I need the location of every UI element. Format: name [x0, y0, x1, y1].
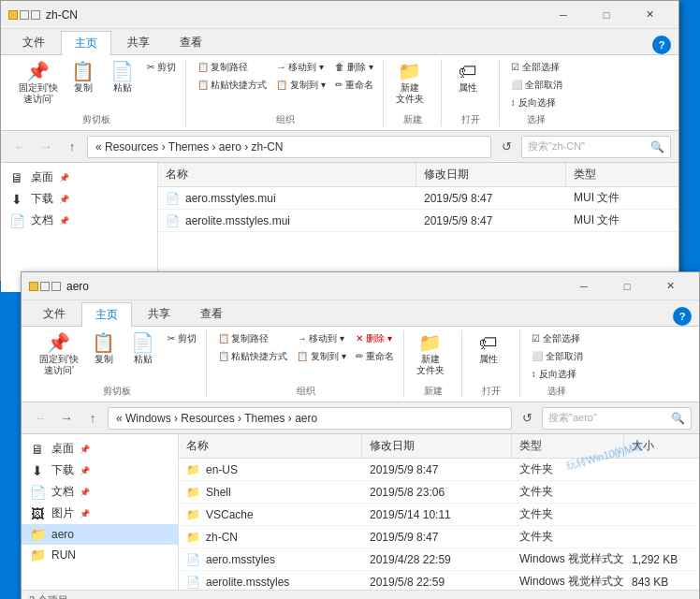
cut-btn-1[interactable]: ✂ 剪切 [143, 59, 180, 76]
new-label-2: 新建 [412, 383, 456, 398]
ribbon-2: 📌 固定到'快速访问' 📋 复制 📄 粘贴 ✂ 剪切 剪切板 [22, 327, 699, 402]
ribbon-group-content-open-2: 🏷 属性 [470, 330, 514, 383]
selectall-btn-2[interactable]: ☑ 全部选择 [528, 330, 587, 347]
help-btn-2[interactable]: ? [673, 307, 692, 326]
properties-btn-2[interactable]: 🏷 属性 [470, 330, 507, 368]
minimize-btn-2[interactable]: ─ [562, 272, 605, 300]
maximize-btn-1[interactable]: □ [585, 1, 628, 29]
file-row-aerolite-msstyles[interactable]: 📄 aerolite.msstyles 2019/5/8 22:59 Windo… [179, 571, 699, 590]
sidebar-item-pics-2[interactable]: 🖼 图片 📌 [22, 503, 178, 524]
file-cell-type-vscache: 文件夹 [512, 504, 624, 525]
paste-btn-2[interactable]: 📄 粘贴 [124, 330, 162, 368]
file-list-2: 名称 修改日期 类型 大小 📁 en-US 2019/5/9 8:47 文件夹 … [179, 434, 699, 590]
docs-label-1: 文档 [31, 212, 53, 228]
tab-home-1[interactable]: 主页 [61, 31, 111, 55]
select-col-1: ☑ 全部选择 ⬜ 全部取消 ↕ 反向选择 [507, 59, 566, 111]
file-row-aero-msstyles[interactable]: 📄 aero.msstyles 2019/4/28 22:59 Windows … [179, 548, 699, 571]
search-box-2[interactable]: 搜索"aero" 🔍 [542, 407, 692, 430]
tab-share-1[interactable]: 共享 [113, 30, 164, 54]
copypath-btn-1[interactable]: 📋 复制路径 [194, 59, 271, 76]
pin-label-2: 固定到'快速访问' [39, 354, 79, 376]
sidebar-item-desktop-1[interactable]: 🖥 桌面 📌 [1, 167, 157, 188]
pasteshort-btn-1[interactable]: 📋 粘贴快捷方式 [194, 77, 271, 94]
tab-share-2[interactable]: 共享 [134, 301, 184, 326]
back-btn-2[interactable]: ← [29, 407, 51, 430]
col-name-1[interactable]: 名称 [158, 163, 416, 186]
up-btn-2[interactable]: ↑ [81, 407, 104, 430]
col-date-2[interactable]: 修改日期 [362, 434, 512, 458]
file-cell-date-zh-cn: 2019/5/9 8:47 [362, 526, 512, 548]
copyto-btn-2[interactable]: 📋 复制到 ▾ [293, 348, 350, 365]
file-row-en-us[interactable]: 📁 en-US 2019/5/9 8:47 文件夹 [179, 459, 699, 481]
minimize-btn-1[interactable]: ─ [542, 1, 585, 29]
copyto-btn-1[interactable]: 📋 复制到 ▾ [272, 77, 329, 94]
file-cell-size-en-us [624, 459, 699, 480]
invertsel-btn-2[interactable]: ↕ 反向选择 [528, 366, 587, 383]
moveto-btn-1[interactable]: → 移动到 ▾ [272, 59, 329, 76]
aero-label-2: aero [51, 528, 74, 541]
address-path-1[interactable]: « Resources › Themes › aero › zh-CN [87, 136, 491, 158]
close-btn-1[interactable]: ✕ [628, 1, 671, 29]
properties-btn-1[interactable]: 🏷 属性 [449, 59, 487, 96]
pasteshort-btn-2[interactable]: 📋 粘贴快捷方式 [214, 348, 292, 365]
file-row-vscache[interactable]: 📁 VSCache 2019/5/14 10:11 文件夹 [179, 504, 699, 526]
pin-btn-2[interactable]: 📌 固定到'快速访问' [35, 330, 83, 379]
maximize-btn-2[interactable]: □ [605, 272, 649, 300]
newfolder-btn-1[interactable]: 📁 新建文件夹 [391, 59, 429, 108]
rename-btn-1[interactable]: ✏ 重命名 [331, 77, 377, 94]
tab-file-2[interactable]: 文件 [29, 301, 80, 326]
title-icon-1 [8, 10, 18, 20]
sidebar-item-docs-2[interactable]: 📄 文档 📌 [22, 481, 178, 503]
paste-btn-1[interactable]: 📄 粘贴 [104, 59, 141, 96]
help-btn-1[interactable]: ? [652, 36, 671, 54]
search-box-1[interactable]: 搜索"zh-CN" 🔍 [521, 136, 671, 158]
col-name-2[interactable]: 名称 [179, 434, 362, 458]
delete-btn-2[interactable]: ✕ 删除 ▾ [352, 330, 398, 347]
rename-btn-2[interactable]: ✏ 重命名 [352, 348, 398, 365]
file-name-2: aerolite.msstyles.mui [185, 214, 290, 227]
tab-home-2[interactable]: 主页 [81, 302, 132, 327]
col-size-2[interactable]: 大小 [624, 434, 699, 458]
back-btn-1[interactable]: ← [8, 136, 31, 158]
file-row-2[interactable]: 📄 aerolite.msstyles.mui 2019/5/9 8:47 MU… [158, 210, 678, 232]
forward-btn-2[interactable]: → [55, 407, 78, 430]
file-cell-name-en-us: 📁 en-US [179, 459, 362, 480]
tab-view-2[interactable]: 查看 [186, 301, 237, 326]
delete-btn-1[interactable]: 🗑 删除 ▾ [331, 59, 377, 76]
sidebar-item-run-2[interactable]: 📁 RUN [22, 545, 178, 565]
window-zh-cn: zh-CN ─ □ ✕ 文件 主页 共享 查看 ? 📌 固定到'快速访问' 📋 … [0, 0, 679, 281]
col-type-2[interactable]: 类型 [512, 434, 624, 458]
address-path-2[interactable]: « Windows › Resources › Themes › aero [108, 407, 512, 430]
sidebar-item-downloads-1[interactable]: ⬇ 下载 📌 [1, 188, 157, 210]
file-row-zh-cn[interactable]: 📁 zh-CN 2019/5/9 8:47 文件夹 [179, 526, 699, 548]
up-btn-1[interactable]: ↑ [61, 136, 83, 158]
pin-btn-1[interactable]: 📌 固定到'快速访问' [14, 59, 63, 108]
col-type-1[interactable]: 类型 [566, 163, 678, 186]
forward-btn-1[interactable]: → [35, 136, 57, 158]
clipboard-label-1: 剪切板 [14, 111, 180, 126]
invertsel-btn-1[interactable]: ↕ 反向选择 [507, 95, 566, 111]
sidebar-item-aero-2[interactable]: 📁 aero [22, 524, 178, 545]
copy-label-1: 复制 [74, 82, 93, 94]
newfolder-btn-2[interactable]: 📁 新建文件夹 [412, 330, 449, 379]
close-btn-2[interactable]: ✕ [649, 272, 692, 300]
copy-btn-2[interactable]: 📋 复制 [85, 330, 123, 368]
selectall-btn-1[interactable]: ☑ 全部选择 [507, 59, 566, 76]
selectnone-btn-1[interactable]: ⬜ 全部取消 [507, 77, 566, 94]
selectnone-btn-2[interactable]: ⬜ 全部取消 [528, 348, 587, 365]
moveto-btn-2[interactable]: → 移动到 ▾ [293, 330, 350, 347]
file-row-shell[interactable]: 📁 Shell 2019/5/8 23:06 文件夹 [179, 481, 699, 504]
sidebar-item-downloads-2[interactable]: ⬇ 下载 📌 [22, 460, 178, 481]
col-date-1[interactable]: 修改日期 [416, 163, 566, 186]
file-row-1[interactable]: 📄 aero.msstyles.mui 2019/5/9 8:47 MUI 文件 [158, 187, 678, 210]
sidebar-item-desktop-2[interactable]: 🖥 桌面 📌 [22, 438, 178, 460]
refresh-btn-2[interactable]: ↺ [516, 407, 538, 430]
tab-file-1[interactable]: 文件 [8, 30, 59, 54]
search-placeholder-2: 搜索"aero" [548, 411, 597, 425]
tab-view-1[interactable]: 查看 [166, 30, 216, 54]
refresh-btn-1[interactable]: ↺ [495, 136, 518, 158]
sidebar-item-docs-1[interactable]: 📄 文档 📌 [1, 210, 157, 231]
cut-btn-2[interactable]: ✂ 剪切 [164, 330, 200, 347]
copy-btn-1[interactable]: 📋 复制 [65, 59, 102, 96]
copypath-btn-2[interactable]: 📋 复制路径 [214, 330, 292, 347]
